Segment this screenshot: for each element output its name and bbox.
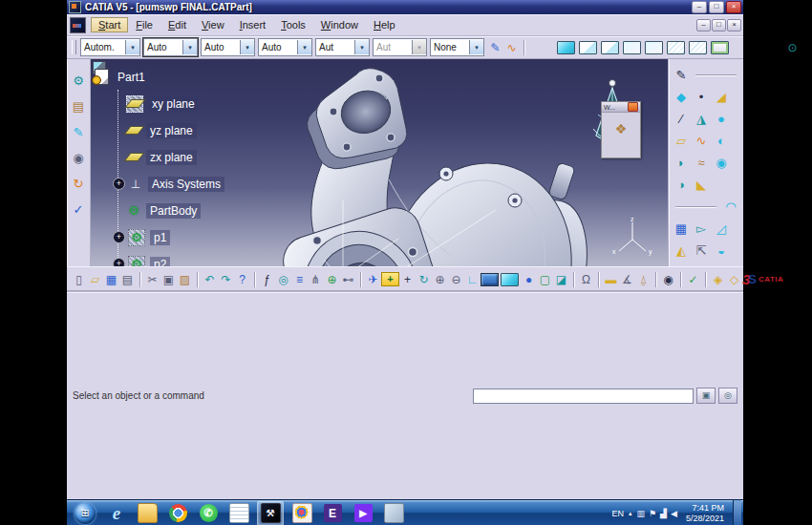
catia-taskbar-icon[interactable]: ⚒ — [257, 501, 284, 525]
tree-item-yz-plane[interactable]: yz plane — [95, 120, 224, 140]
painter-icon[interactable]: ∿ — [503, 39, 520, 56]
menu-item-insert[interactable]: Insert — [232, 17, 274, 32]
data-manager-icon[interactable]: ▤ — [71, 98, 87, 114]
stiffener-icon[interactable]: ◣ — [692, 175, 711, 195]
paste-icon[interactable]: ▨ — [177, 271, 193, 288]
shading-view-icon[interactable] — [557, 41, 575, 54]
normal-view-icon[interactable]: ∟ — [464, 271, 481, 288]
3d-viewer-icon[interactable] — [381, 502, 406, 525]
analysis-workbench-icon[interactable]: ✓ — [71, 201, 87, 217]
layer-filter-dropdown[interactable]: Autom.▾ — [80, 38, 140, 56]
lock-icon[interactable]: Ω — [578, 271, 594, 288]
action-center-flag-icon[interactable]: ⚑ — [649, 509, 656, 518]
doc-window-icon[interactable]: ◎ — [718, 388, 737, 404]
open-icon[interactable]: ▱ — [87, 271, 103, 288]
groove-icon[interactable]: ◐ — [712, 131, 731, 151]
transparency-dropdown[interactable]: Aut▾ — [373, 38, 427, 56]
rib-icon[interactable]: ◗ — [672, 153, 691, 173]
fx-knowledge-icon[interactable]: ƒ — [259, 271, 275, 288]
redo-icon[interactable]: ↷ — [218, 271, 234, 288]
volume-icon[interactable]: ◀ — [671, 509, 677, 518]
sketch-tracer-icon[interactable]: ⊙ — [784, 39, 801, 56]
tree-expander-icon[interactable]: + — [113, 258, 125, 266]
toolbar-grip[interactable] — [72, 40, 76, 54]
linetype-dropdown[interactable]: Auto▾ — [201, 38, 255, 56]
tree-item-label[interactable]: Axis Systems — [148, 177, 224, 192]
camera-capture-icon[interactable]: ◉ — [71, 150, 87, 165]
paint-icon[interactable] — [289, 502, 314, 525]
fit-all-in-icon[interactable]: + — [381, 272, 399, 286]
tree-expander-icon[interactable]: + — [113, 178, 125, 190]
tree-item-label[interactable]: xy plane — [148, 96, 199, 112]
palette-title-bar[interactable]: W... — [602, 102, 640, 113]
spec-tree-icon[interactable]: ⋔ — [308, 271, 324, 288]
pocket-icon[interactable]: ◢ — [712, 87, 731, 107]
knowledge-tools-icon[interactable]: ✎ — [71, 124, 87, 139]
print-icon[interactable]: ▤ — [119, 271, 136, 288]
hidden-icons-arrow[interactable]: ▴ — [629, 510, 632, 517]
floating-palette[interactable]: W... ❖ — [601, 101, 641, 158]
tree-item-partbody[interactable]: ⚙PartBody — [95, 200, 224, 220]
mdi-minimize-button[interactable]: – — [696, 19, 711, 32]
tree-item-label[interactable]: yz plane — [146, 123, 197, 138]
dynamic-hidden-line-view-icon[interactable] — [645, 41, 663, 54]
shading-edges-view-icon[interactable] — [579, 41, 597, 54]
chrome-icon[interactable] — [165, 502, 190, 525]
minimize-button[interactable]: – — [692, 1, 707, 13]
update-gear-icon[interactable]: ↻ — [71, 176, 87, 191]
measure-inertia-icon[interactable]: ⍙ — [635, 271, 652, 288]
catia-app-icon[interactable] — [70, 17, 86, 33]
quick-view-icon[interactable] — [481, 273, 499, 286]
cut-icon[interactable]: ✂ — [144, 271, 160, 288]
transparency-dropdown-arrow-icon[interactable]: ▾ — [412, 40, 426, 54]
language-indicator[interactable]: EN — [611, 509, 624, 518]
workbench-gear-icon[interactable]: ⚙ — [71, 73, 87, 88]
rotate-view-icon[interactable]: ↻ — [416, 271, 432, 288]
tree-item-label[interactable]: p1 — [150, 230, 170, 245]
zoom-in-icon[interactable]: ⊕ — [432, 271, 448, 288]
line-icon[interactable]: ∕ — [672, 109, 691, 129]
render-style-icon[interactable]: ◪ — [553, 271, 569, 288]
mdi-restore-button[interactable]: □ — [712, 19, 726, 32]
symbol-dropdown-arrow-icon[interactable]: ▾ — [469, 40, 483, 54]
shading-material-view-icon[interactable] — [667, 41, 685, 54]
pan-icon[interactable]: + — [399, 271, 416, 288]
show-desktop-button[interactable] — [733, 500, 741, 525]
tree-expander-icon[interactable]: + — [113, 231, 125, 243]
menu-item-help[interactable]: Help — [366, 17, 403, 32]
shaft-icon[interactable]: ● — [712, 109, 731, 129]
mdi-close-button[interactable]: × — [727, 19, 741, 32]
internet-explorer-icon[interactable]: e — [104, 502, 129, 525]
search-icon[interactable]: ◎ — [275, 271, 291, 288]
notepad-icon[interactable] — [226, 502, 251, 525]
catalog-icon[interactable]: ◈ — [710, 271, 726, 288]
wireframe-mode-icon[interactable]: ▢ — [537, 271, 553, 288]
3d-viewport[interactable]: x Part1xy planeyz planezx plane+⊥Axis Sy… — [91, 59, 668, 266]
shaded-mode-icon[interactable]: ● — [521, 271, 537, 288]
copy-icon[interactable]: ▣ — [160, 271, 177, 288]
thickness-dropdown[interactable]: Auto▾ — [258, 38, 312, 56]
custom-view-icon[interactable] — [689, 41, 707, 54]
sketcher-icon[interactable]: ✎ — [672, 65, 691, 85]
help-icon[interactable]: ? — [234, 271, 250, 288]
multi-section-icon[interactable]: ◮ — [692, 109, 711, 129]
tree-item-p1[interactable]: +⚙p1 — [95, 227, 224, 247]
fly-mode-icon[interactable]: ✈ — [365, 271, 381, 288]
camera-icon[interactable]: ◉ — [660, 271, 676, 288]
menu-item-tools[interactable]: Tools — [273, 17, 313, 32]
pattern-icon[interactable]: ▦ — [672, 219, 691, 239]
tree-item-axis-systems[interactable]: +⊥Axis Systems — [95, 174, 224, 194]
menu-item-edit[interactable]: Edit — [160, 17, 194, 32]
knowledge-advisor-icon[interactable]: ✓ — [685, 271, 701, 288]
shading-hidden-edges-view-icon[interactable] — [601, 41, 619, 54]
undo-icon[interactable]: ↶ — [202, 271, 218, 288]
pad-icon[interactable]: ◆ — [672, 87, 691, 107]
pin-icon[interactable]: ⊕ — [324, 271, 340, 288]
fillet-icon[interactable]: ◠ — [721, 197, 740, 217]
tree-item-xy-plane[interactable]: xy plane — [95, 94, 224, 114]
menu-item-start[interactable]: Start — [91, 17, 128, 32]
shell-icon[interactable]: ◒ — [712, 241, 731, 261]
helix-icon[interactable]: ∿ — [692, 131, 711, 151]
menu-list-icon[interactable]: ≡ — [291, 271, 308, 288]
menu-item-view[interactable]: View — [194, 17, 232, 32]
